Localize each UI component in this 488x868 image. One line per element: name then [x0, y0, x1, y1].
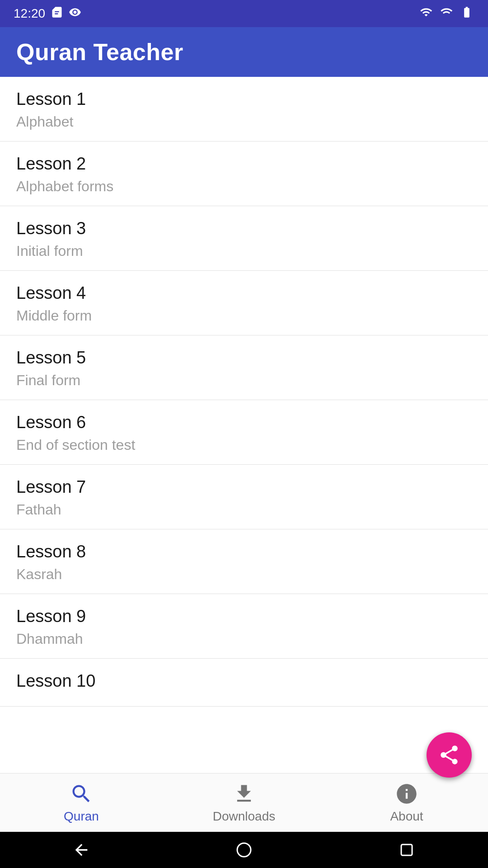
nav-downloads-label: Downloads: [213, 809, 276, 824]
lesson-subtitle: Final form: [16, 372, 472, 389]
signal-icon: [440, 6, 453, 22]
lesson-item[interactable]: Lesson 10: [0, 659, 488, 707]
nav-quran-label: Quran: [64, 809, 99, 824]
nav-about[interactable]: About: [325, 778, 488, 828]
app-title: Quran Teacher: [16, 38, 183, 66]
nav-about-label: About: [390, 809, 423, 824]
lesson-title: Lesson 3: [16, 219, 472, 238]
lesson-subtitle: Dhammah: [16, 631, 472, 647]
lesson-title: Lesson 4: [16, 283, 472, 303]
lesson-list: Lesson 1AlphabetLesson 2Alphabet formsLe…: [0, 77, 488, 773]
search-icon: [70, 782, 93, 806]
sim-icon: [51, 6, 63, 22]
wifi-icon: [418, 6, 434, 22]
lesson-subtitle: Alphabet forms: [16, 178, 472, 195]
lesson-subtitle: Middle form: [16, 307, 472, 324]
lesson-subtitle: Alphabet: [16, 113, 472, 130]
lesson-item[interactable]: Lesson 2Alphabet forms: [0, 142, 488, 206]
recents-button[interactable]: [393, 836, 420, 863]
nav-downloads[interactable]: Downloads: [163, 778, 325, 828]
lesson-title: Lesson 5: [16, 348, 472, 368]
lesson-item[interactable]: Lesson 1Alphabet: [0, 77, 488, 142]
lesson-title: Lesson 9: [16, 607, 472, 626]
lesson-title: Lesson 1: [16, 90, 472, 109]
lesson-item[interactable]: Lesson 6End of section test: [0, 400, 488, 465]
lesson-item[interactable]: Lesson 7Fathah: [0, 465, 488, 529]
lesson-subtitle: Fathah: [16, 501, 472, 518]
share-fab[interactable]: [427, 732, 472, 778]
info-icon: [395, 782, 418, 806]
lesson-item[interactable]: Lesson 9Dhammah: [0, 594, 488, 659]
download-icon: [232, 782, 256, 806]
lesson-title: Lesson 10: [16, 671, 472, 691]
lesson-title: Lesson 2: [16, 154, 472, 174]
back-button[interactable]: [68, 836, 95, 863]
svg-point-0: [237, 843, 251, 857]
android-nav-bar: [0, 832, 488, 868]
lesson-item[interactable]: Lesson 3Initial form: [0, 206, 488, 271]
nav-quran[interactable]: Quran: [0, 778, 163, 828]
status-right: [418, 6, 474, 22]
lesson-title: Lesson 8: [16, 542, 472, 561]
svg-rect-1: [401, 844, 412, 855]
lesson-subtitle: Initial form: [16, 243, 472, 259]
lesson-title: Lesson 7: [16, 477, 472, 497]
lesson-item[interactable]: Lesson 4Middle form: [0, 271, 488, 335]
time-display: 12:20: [14, 6, 45, 21]
share-icon: [438, 744, 460, 766]
lesson-title: Lesson 6: [16, 413, 472, 432]
lesson-item[interactable]: Lesson 8Kasrah: [0, 529, 488, 594]
lesson-subtitle: End of section test: [16, 437, 472, 453]
status-bar: 12:20: [0, 0, 488, 27]
lesson-subtitle: Kasrah: [16, 566, 472, 583]
app-bar: Quran Teacher: [0, 27, 488, 77]
lesson-item[interactable]: Lesson 5Final form: [0, 335, 488, 400]
battery-icon: [459, 6, 474, 22]
eye-icon: [69, 6, 81, 22]
home-button[interactable]: [230, 836, 258, 863]
bottom-nav: Quran Downloads About: [0, 773, 488, 832]
status-left: 12:20: [14, 6, 81, 22]
